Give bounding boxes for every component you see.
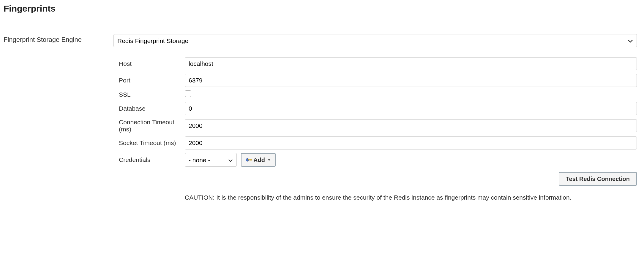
ssl-row: SSL — [113, 90, 637, 98]
socket-timeout-row: Socket Timeout (ms) — [113, 136, 637, 149]
database-input[interactable] — [185, 102, 637, 115]
engine-select[interactable]: Redis Fingerprint Storage — [113, 34, 637, 47]
add-credentials-button[interactable]: Add ▼ — [241, 153, 276, 167]
ssl-label: SSL — [113, 91, 185, 98]
host-input[interactable] — [185, 57, 637, 70]
svg-rect-2 — [251, 160, 251, 161]
credentials-select[interactable]: - none - — [185, 153, 237, 167]
socket-timeout-input[interactable] — [185, 136, 637, 149]
add-label: Add — [253, 157, 265, 163]
ssl-checkbox[interactable] — [185, 90, 191, 97]
engine-config: Host Port SSL Database Connection Timeou… — [113, 52, 640, 202]
port-input[interactable] — [185, 74, 637, 87]
credentials-row: Credentials - none - Add — [113, 153, 637, 167]
database-label: Database — [113, 105, 185, 112]
engine-label: Fingerprint Storage Engine — [4, 34, 113, 44]
database-row: Database — [113, 102, 637, 115]
section-title: Fingerprints — [4, 4, 640, 18]
credentials-label: Credentials — [113, 156, 185, 163]
engine-row: Fingerprint Storage Engine Redis Fingerp… — [4, 34, 640, 47]
key-icon — [246, 158, 252, 162]
host-row: Host — [113, 57, 637, 70]
connection-timeout-input[interactable] — [185, 119, 637, 132]
connection-timeout-row: Connection Timeout (ms) — [113, 119, 637, 133]
socket-timeout-label: Socket Timeout (ms) — [113, 139, 185, 147]
host-label: Host — [113, 60, 185, 67]
test-connection-button[interactable]: Test Redis Connection — [559, 172, 637, 186]
connection-timeout-label: Connection Timeout (ms) — [113, 119, 185, 133]
port-row: Port — [113, 74, 637, 87]
port-label: Port — [113, 77, 185, 84]
caution-text: CAUTION: It is the responsibility of the… — [185, 193, 571, 202]
caret-down-icon: ▼ — [267, 158, 271, 162]
caution-row: CAUTION: It is the responsibility of the… — [185, 193, 637, 202]
